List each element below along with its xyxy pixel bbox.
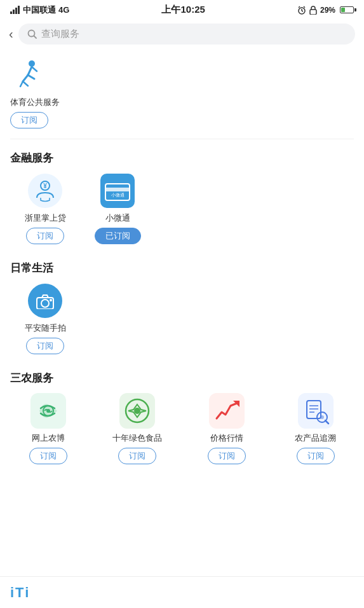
carrier-label: 中国联通 [23, 4, 56, 16]
sannong-title: 三农服务 [10, 371, 354, 385]
status-time: 上午10:25 [161, 4, 205, 16]
camera-subscribe-button[interactable]: 订阅 [26, 338, 64, 354]
svg-point-31 [46, 409, 50, 413]
xiaoweitong-name: 小微通 [105, 212, 130, 224]
online-agri-name: 网上农博 [32, 432, 65, 444]
search-icon [27, 29, 37, 39]
main-content: 体育公共服务 订阅 金融服务 ¥ 浙里掌上贷 [0, 51, 364, 490]
green-food-subscribe-button[interactable]: 订阅 [118, 448, 156, 464]
sannong-service-row: 网上农博 订阅 十年绿色食品 订阅 [10, 393, 354, 464]
online-agri-icon-wrap [30, 393, 66, 429]
daily-title: 日常生活 [10, 261, 354, 275]
sport-icon [10, 57, 46, 93]
svg-line-14 [23, 75, 28, 81]
green-food-item: 十年绿色食品 订阅 [99, 393, 175, 464]
network-label: 4G [58, 5, 69, 15]
camera-service-item: 平安随手拍 订阅 [10, 283, 80, 354]
online-agri-subscribe-button[interactable]: 订阅 [29, 448, 67, 464]
camera-icon [36, 293, 55, 309]
lock-icon [309, 6, 317, 15]
alarm-icon [297, 6, 306, 15]
svg-rect-2 [15, 8, 17, 14]
green-food-icon [123, 397, 151, 425]
price-subscribe-button[interactable]: 订阅 [208, 448, 246, 464]
bottom-bar: iTi [0, 576, 364, 608]
search-placeholder: 查询服务 [41, 28, 79, 40]
camera-icon-bg [28, 284, 62, 318]
svg-rect-3 [18, 6, 20, 14]
battery-label: 29% [320, 6, 335, 15]
svg-point-28 [50, 299, 52, 301]
svg-line-8 [304, 6, 305, 8]
sport-service-item: 体育公共服务 订阅 [10, 51, 354, 139]
status-bar: 中国联通 4G 上午10:25 29% [0, 0, 364, 18]
green-food-icon-wrap [119, 393, 155, 429]
section-sport: 体育公共服务 订阅 [10, 51, 354, 139]
price-name: 价格行情 [210, 432, 243, 444]
signal-icon [10, 6, 20, 14]
svg-point-41 [320, 415, 324, 419]
svg-rect-9 [310, 10, 316, 15]
svg-line-40 [325, 420, 328, 424]
svg-line-11 [34, 36, 36, 38]
battery-icon [340, 6, 354, 13]
agri-trace-icon [302, 397, 330, 425]
status-icons: 29% [297, 6, 354, 15]
svg-text:小微通: 小微通 [111, 193, 125, 198]
loan-subscribe-button[interactable]: 订阅 [26, 228, 64, 244]
svg-point-12 [29, 60, 35, 67]
section-sannong: 三农服务 网上农博 订阅 [10, 371, 354, 464]
svg-line-7 [299, 6, 300, 8]
agri-trace-name: 农产品追溯 [295, 432, 336, 444]
camera-name: 平安随手拍 [25, 322, 66, 334]
agri-trace-subscribe-button[interactable]: 订阅 [297, 448, 335, 464]
svg-rect-0 [10, 11, 12, 14]
svg-rect-1 [13, 10, 15, 14]
online-agri-icon [34, 397, 62, 425]
svg-rect-24 [105, 188, 130, 191]
loan-icon: ¥ [28, 174, 62, 208]
xiaoweitong-subscribe-button[interactable]: 已订阅 [95, 228, 141, 244]
section-finance: 金融服务 ¥ 浙里掌上贷 订阅 [10, 151, 354, 249]
status-carrier: 中国联通 4G [10, 4, 69, 16]
finance-title: 金融服务 [10, 151, 354, 165]
svg-line-18 [23, 81, 28, 86]
svg-text:¥: ¥ [43, 183, 47, 190]
price-icon-wrap [209, 393, 245, 429]
svg-point-27 [41, 300, 49, 307]
svg-line-13 [28, 67, 32, 75]
svg-line-6 [302, 11, 303, 11]
xiaoweitong-service-item: 小微通 小微通 已订阅 [83, 173, 152, 244]
loan-service-item: ¥ 浙里掌上贷 订阅 [10, 173, 80, 244]
search-input-wrap[interactable]: 查询服务 [18, 24, 355, 45]
finance-service-row: ¥ 浙里掌上贷 订阅 小微通 小微通 [10, 173, 354, 249]
price-item: 价格行情 订阅 [189, 393, 265, 464]
back-button[interactable]: ‹ [9, 27, 13, 41]
sport-name: 体育公共服务 [10, 97, 60, 108]
daily-service-row: 平安随手拍 订阅 [10, 283, 354, 359]
svg-line-15 [20, 81, 23, 86]
svg-line-17 [32, 67, 37, 71]
price-icon [213, 397, 241, 425]
xiaoweitong-icon-wrap: 小微通 [100, 173, 135, 209]
loan-name: 浙里掌上贷 [25, 212, 66, 224]
agri-trace-item: 农产品追溯 订阅 [278, 393, 354, 464]
svg-line-16 [28, 75, 34, 79]
sport-subscribe-button[interactable]: 订阅 [10, 112, 48, 128]
bottom-bar-text: iTi [10, 584, 30, 601]
online-agri-item: 网上农博 订阅 [10, 393, 86, 464]
agri-trace-icon-wrap [298, 393, 334, 429]
camera-icon-wrap [27, 283, 63, 319]
green-food-name: 十年绿色食品 [112, 432, 162, 444]
search-bar: ‹ 查询服务 [0, 18, 364, 51]
svg-point-33 [134, 408, 140, 414]
loan-icon-wrap: ¥ [27, 173, 63, 209]
xiaoweitong-icon: 小微通 [100, 174, 135, 208]
svg-rect-35 [307, 401, 321, 418]
section-daily: 日常生活 平安随手拍 订阅 [10, 261, 354, 359]
